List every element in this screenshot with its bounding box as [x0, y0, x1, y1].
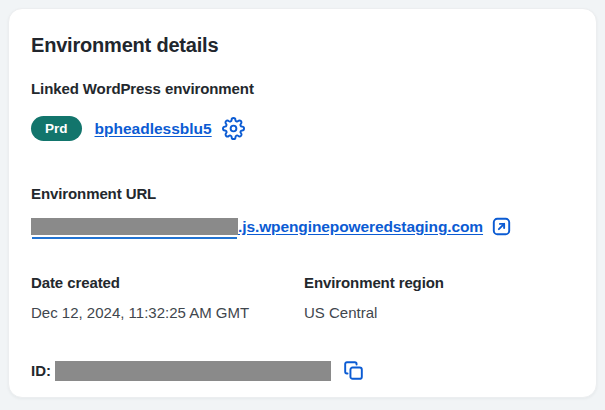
- environment-id-row: ID:: [31, 360, 572, 381]
- environment-region-column: Environment region US Central: [304, 274, 444, 321]
- environment-id-label: ID:: [31, 362, 51, 379]
- copy-id-button[interactable]: [343, 360, 364, 381]
- environment-url-label: Environment URL: [31, 185, 572, 202]
- environment-badge: Prd: [31, 116, 82, 142]
- page-background: { "card": { "title": "Environment detail…: [0, 0, 605, 410]
- meta-section: Date created Dec 12, 2024, 11:32:25 AM G…: [31, 274, 572, 321]
- linked-environment-label: Linked WordPress environment: [31, 80, 572, 97]
- environment-settings-button[interactable]: [222, 117, 245, 140]
- open-url-button[interactable]: [491, 216, 512, 237]
- environment-url-row: .js.wpenginepoweredstaging.com: [31, 215, 572, 238]
- environment-url-text: .js.wpenginepoweredstaging.com: [238, 218, 483, 236]
- redacted-url-bar: [31, 218, 238, 235]
- environment-name-link[interactable]: bpheadlessblu5: [95, 120, 212, 138]
- redacted-id-bar: [55, 361, 331, 381]
- linked-environment-row: Prd bpheadlessblu5: [31, 114, 572, 143]
- environment-url-link[interactable]: .js.wpenginepoweredstaging.com: [31, 218, 483, 236]
- environment-region-value: US Central: [304, 304, 444, 321]
- copy-icon: [343, 360, 364, 381]
- environment-details-card: Environment details Linked WordPress env…: [8, 8, 597, 398]
- date-created-column: Date created Dec 12, 2024, 11:32:25 AM G…: [31, 274, 304, 321]
- date-created-label: Date created: [31, 274, 304, 291]
- page-title: Environment details: [31, 34, 572, 57]
- date-created-value: Dec 12, 2024, 11:32:25 AM GMT: [31, 304, 304, 321]
- environment-region-label: Environment region: [304, 274, 444, 291]
- gear-icon: [222, 117, 245, 140]
- external-link-icon: [491, 216, 512, 237]
